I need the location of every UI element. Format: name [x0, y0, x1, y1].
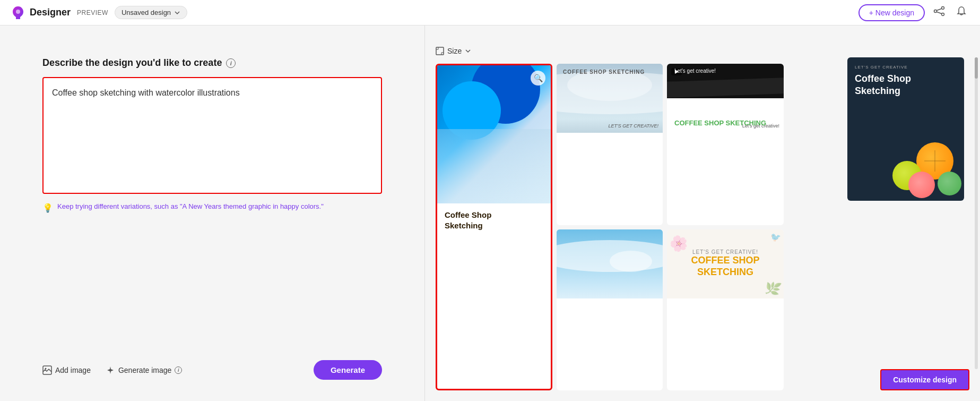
chevron-down-icon — [174, 10, 180, 16]
card4-cloud2 — [610, 251, 652, 272]
notifications-button[interactable] — [953, 3, 969, 22]
share-icon — [933, 5, 945, 17]
design-card-4[interactable] — [557, 229, 663, 391]
design-card-6[interactable]: LET'S GET CREATIVE Coffee Shop Sketching — [847, 57, 964, 201]
card3-subtitle: Let's get creative! — [674, 68, 716, 74]
card3-text-area: COFFEE SHOP SKETCHING — [674, 119, 766, 127]
preview-label: PREVIEW — [77, 9, 108, 16]
logo-text: Designer — [30, 7, 71, 18]
card1-watercolor — [437, 129, 551, 203]
header-right-actions: + New design — [858, 3, 969, 22]
svg-point-2 — [934, 10, 937, 13]
card4-image — [557, 229, 663, 298]
svg-line-4 — [936, 8, 941, 11]
citrus-lime — [938, 172, 961, 195]
card1-title: Coffee ShopSketching — [445, 210, 543, 231]
generate-info-icon[interactable]: i — [175, 366, 182, 374]
card5-main: COFFEE SHOPSKETCHING — [691, 255, 759, 278]
size-selector[interactable]: Size — [436, 47, 969, 55]
describe-label: Describe the design you'd like to create… — [42, 57, 382, 69]
resize-icon — [436, 47, 444, 55]
design-card-1[interactable]: 🔍 Coffee ShopSketching — [436, 64, 552, 390]
card2-label: COFFEE SHOP SKETCHING — [563, 69, 645, 75]
new-design-button[interactable]: + New design — [858, 4, 925, 21]
tip-icon: 💡 — [42, 203, 53, 213]
chevron-down-size-icon — [465, 48, 471, 54]
svg-rect-8 — [436, 47, 444, 55]
right-panel: Size 🔍 Coffee ShopSketching — [425, 25, 980, 401]
svg-point-3 — [942, 13, 944, 16]
design-card-2[interactable]: COFFEE SHOP SKETCHING LET'S GET CREATIVE… — [557, 64, 663, 225]
card3-title: COFFEE SHOP SKETCHING — [674, 119, 766, 127]
prompt-input[interactable]: Coffee shop sketching with watercolor il… — [42, 77, 382, 194]
generate-image-button[interactable]: Generate image i — [106, 362, 188, 378]
design-card-3[interactable]: Let's get creative! COFFEE SHOP SKETCHIN… — [667, 64, 784, 225]
card1-zoom-button[interactable]: 🔍 — [531, 71, 545, 86]
info-icon[interactable]: i — [226, 58, 236, 68]
card5-text: LET'S GET CREATIVE! COFFEE SHOPSKETCHING — [691, 249, 759, 278]
share-button[interactable] — [931, 3, 947, 22]
card5-lets: LET'S GET CREATIVE! — [691, 249, 759, 255]
main-content: Describe the design you'd like to create… — [0, 25, 980, 401]
scroll-track — [975, 57, 978, 369]
logo: Designer — [11, 5, 71, 20]
customize-design-button[interactable]: Customize design — [880, 369, 969, 390]
card2-image: COFFEE SHOP SKETCHING LET'S GET CREATIVE… — [557, 64, 663, 133]
left-panel: Describe the design you'd like to create… — [0, 25, 424, 401]
card6-top-label: LET'S GET CREATIVE — [855, 65, 957, 70]
bottom-actions: Add image Generate image i Generate — [42, 349, 382, 380]
card1-text-area: Coffee ShopSketching — [437, 203, 551, 237]
card2-subtitle: LET'S GET CREATIVE! — [608, 123, 658, 129]
card1-image: 🔍 — [437, 65, 551, 203]
card3-image: Let's get creative! COFFEE SHOP SKETCHIN… — [667, 64, 784, 133]
logo-icon — [11, 5, 25, 20]
unsaved-design-button[interactable]: Unsaved design — [115, 6, 187, 19]
card6-image: LET'S GET CREATIVE Coffee Shop Sketching — [847, 57, 964, 201]
citrus-pink — [908, 172, 935, 198]
card5-bird: 🐦 — [770, 232, 781, 242]
sparkle-icon — [106, 365, 115, 375]
tip-text: 💡 Keep trying different variations, such… — [42, 202, 382, 213]
add-image-icon — [42, 365, 52, 375]
card6-title: Coffee Shop Sketching — [855, 73, 957, 98]
generate-button[interactable]: Generate — [314, 360, 382, 380]
svg-point-1 — [942, 7, 944, 10]
bell-icon — [956, 5, 967, 17]
svg-point-0 — [16, 10, 20, 14]
svg-line-5 — [936, 12, 941, 14]
app-header: Designer PREVIEW Unsaved design + New de… — [0, 0, 980, 25]
card5-image: 🌸 🌿 🐦 LET'S GET CREATIVE! COFFEE SHOPSKE… — [667, 229, 784, 298]
add-image-button[interactable]: Add image — [42, 362, 97, 378]
design-card-5[interactable]: 🌸 🌿 🐦 LET'S GET CREATIVE! COFFEE SHOPSKE… — [667, 229, 784, 391]
scroll-thumb[interactable] — [975, 57, 978, 79]
